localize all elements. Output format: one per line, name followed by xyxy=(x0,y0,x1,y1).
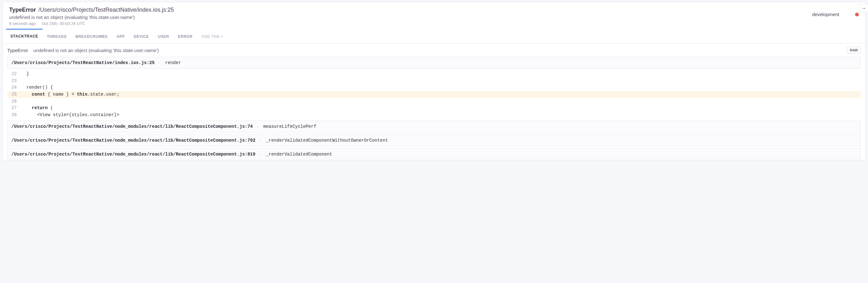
title-row: TypeError /Users/crisco/Projects/TestRea… xyxy=(9,7,812,13)
line-number: 28 xyxy=(7,112,21,119)
stack-frame[interactable]: /Users/crisco/Projects/TestReactNative/n… xyxy=(7,120,861,133)
tab-stacktrace[interactable]: STACKTRACE xyxy=(6,29,43,43)
error-type: TypeError xyxy=(9,7,36,13)
frame-function: _renderValidatedComponentWithoutOwnerOrC… xyxy=(266,138,388,143)
tab-add[interactable]: ADD TAB + xyxy=(197,29,228,43)
tab-breadcrumbs[interactable]: BREADCRUMBS xyxy=(71,29,112,43)
sub-dot-icon: · xyxy=(30,48,31,53)
line-number: 26 xyxy=(7,98,21,105)
code-line: 28 <View style={styles.container}> xyxy=(7,112,861,119)
code-text: const { name } = this.state.user; xyxy=(21,91,119,98)
frame-path: /Users/crisco/Projects/TestReactNative/n… xyxy=(11,152,255,157)
raw-button[interactable]: RAW xyxy=(847,47,861,54)
meta-row: 9 seconds ago · Oct 25th, 00:03:24 UTC xyxy=(9,21,812,26)
error-age: 9 seconds ago xyxy=(9,21,36,26)
sub-error-message: undefined is not an object (evaluating '… xyxy=(33,48,159,53)
tab-error[interactable]: ERROR xyxy=(173,29,197,43)
code-line: 23 xyxy=(7,78,861,84)
line-number: 23 xyxy=(7,78,21,84)
tab-device[interactable]: DEVICE xyxy=(129,29,153,43)
tab-user[interactable]: USER xyxy=(153,29,174,43)
subheader: TypeError · undefined is not an object (… xyxy=(3,43,865,57)
stack-frame[interactable]: /Users/crisco/Projects/TestReactNative/n… xyxy=(7,148,861,160)
code-line: 26 xyxy=(7,98,861,105)
line-number: 24 xyxy=(7,84,21,91)
header-left: TypeError /Users/crisco/Projects/TestRea… xyxy=(9,7,812,26)
error-panel: TypeError /Users/crisco/Projects/TestRea… xyxy=(2,2,866,160)
stack-frame[interactable]: /Users/crisco/Projects/TestReactNative/n… xyxy=(7,134,861,146)
code-text: render() { xyxy=(21,84,53,91)
frame-path: /Users/crisco/Projects/TestReactNative/i… xyxy=(11,60,155,65)
code-line: 24 render() { xyxy=(7,84,861,91)
stack-frame[interactable]: /Users/crisco/Projects/TestReactNative/i… xyxy=(7,57,861,69)
tab-bar: STACKTRACE THREADS BREADCRUMBS APP DEVIC… xyxy=(3,29,865,43)
code-line: 22 } xyxy=(7,71,861,78)
header-right: development xyxy=(812,7,859,17)
frame-dot-icon: · xyxy=(259,152,262,157)
code-text: } xyxy=(21,71,29,78)
environment-label: development xyxy=(812,12,839,17)
line-number: 22 xyxy=(7,71,21,78)
meta-separator: · xyxy=(38,21,39,26)
frame-path: /Users/crisco/Projects/TestReactNative/n… xyxy=(11,124,253,129)
code-block: 22 } 23 24 render() { 25 const { name } … xyxy=(7,71,861,119)
code-text: <View style={styles.container}> xyxy=(21,112,119,119)
frame-function: render xyxy=(165,60,181,65)
code-text: return ( xyxy=(21,105,53,112)
error-message: undefined is not an object (evaluating '… xyxy=(9,14,812,20)
frame-dot-icon: · xyxy=(257,124,259,129)
expand-arrow-button[interactable]: → xyxy=(859,4,868,13)
tab-app[interactable]: APP xyxy=(112,29,129,43)
status-dot-icon xyxy=(855,13,859,16)
line-number: 27 xyxy=(7,105,21,112)
frame-function: measureLifeCyclePerf xyxy=(264,124,316,129)
error-timestamp: Oct 25th, 00:03:24 UTC xyxy=(42,21,85,26)
sub-error-type: TypeError xyxy=(7,48,28,53)
frame-dot-icon: · xyxy=(158,60,161,65)
arrow-right-icon: → xyxy=(861,5,866,11)
frame-path: /Users/crisco/Projects/TestReactNative/n… xyxy=(11,138,255,143)
error-header: TypeError /Users/crisco/Projects/TestRea… xyxy=(3,2,865,29)
code-line: 27 return ( xyxy=(7,105,861,112)
error-location: /Users/crisco/Projects/TestReactNative/i… xyxy=(38,7,174,13)
subheader-left: TypeError · undefined is not an object (… xyxy=(7,48,159,53)
frame-function: _renderValidatedComponent xyxy=(266,152,332,157)
tab-threads[interactable]: THREADS xyxy=(43,29,71,43)
line-number: 25 xyxy=(7,91,21,98)
frame-dot-icon: · xyxy=(259,138,262,143)
code-line-highlighted: 25 const { name } = this.state.user; xyxy=(7,91,861,98)
